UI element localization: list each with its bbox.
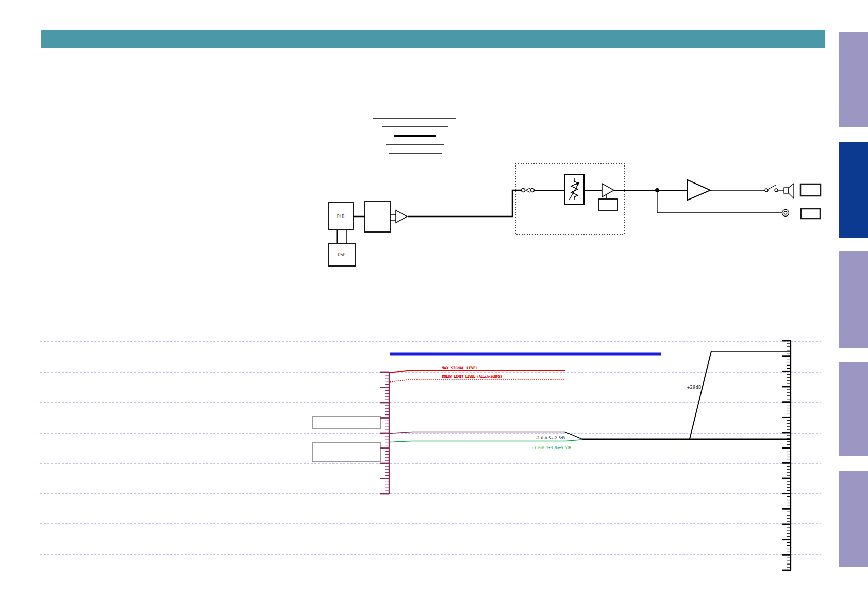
- dolby-limit-level-line: [390, 380, 565, 382]
- speaker-icon: [784, 184, 794, 198]
- trim-green-label: -2.0-0.5+3.0→+0.5dB: [532, 445, 571, 450]
- gain-label: +29dB: [687, 385, 701, 390]
- right-level-ruler: [782, 341, 791, 570]
- wire-preamp-path: [408, 190, 522, 217]
- level-gridlines: [40, 341, 821, 554]
- line-out-box: [801, 209, 820, 219]
- buffer-amplifier-icon: [598, 184, 617, 210]
- dolby-limit-level-label: DOLBY LIMIT LEVEL (ALLch-3dBFS): [442, 374, 503, 379]
- connector-icon: [522, 188, 535, 192]
- power-amplifier-icon: [688, 180, 710, 200]
- left-level-ruler: [380, 372, 389, 494]
- output-jack-icon: [782, 210, 789, 217]
- pld-label: PLD: [337, 214, 345, 219]
- gain-ramp-line: [690, 351, 711, 439]
- dsp-block: DSP: [328, 243, 356, 266]
- max-signal-level-label: MAX SIGNAL LEVEL: [442, 366, 478, 370]
- redacted-title-lines: [373, 119, 456, 154]
- wire-lineout-path: [657, 192, 782, 213]
- trim-dark-label: -2.0-0.5→-2.5dB: [535, 436, 565, 440]
- pld-block: PLD: [328, 203, 353, 230]
- dac-block: [365, 202, 390, 232]
- amplifier-icon: [390, 210, 407, 223]
- manual-page: PLD DSP: [0, 0, 868, 614]
- switch-icon: [765, 185, 784, 192]
- speaker-out-box: [800, 184, 821, 196]
- dsp-label: DSP: [338, 253, 346, 257]
- variable-attenuator-icon: [565, 175, 584, 205]
- diagram-canvas: PLD DSP: [0, 0, 868, 614]
- junction-dot: [655, 188, 659, 192]
- pld-dsp-wires: [337, 230, 346, 243]
